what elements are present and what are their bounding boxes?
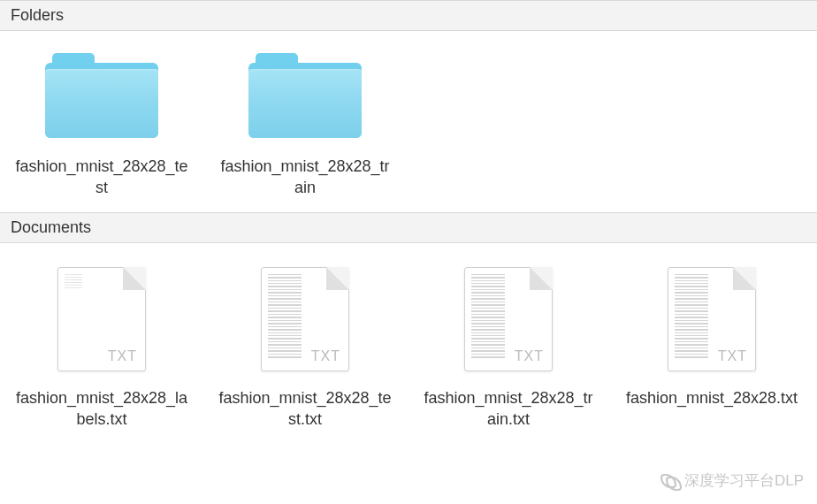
- documents-container: TXT fashion_mnist_28x28_labels.txt TXT f…: [0, 243, 817, 444]
- file-extension: TXT: [515, 348, 544, 364]
- file-label: fashion_mnist_28x28_labels.txt: [13, 387, 190, 431]
- folders-container: fashion_mnist_28x28_test fashion_mnist_2…: [0, 31, 817, 212]
- folder-item[interactable]: fashion_mnist_28x28_train: [212, 53, 398, 199]
- file-item[interactable]: TXT fashion_mnist_28x28_labels.txt: [9, 265, 195, 431]
- folders-section-header: Folders: [0, 0, 817, 31]
- txt-file-icon: TXT: [261, 267, 349, 371]
- wechat-icon: [660, 472, 680, 489]
- folder-label: fashion_mnist_28x28_test: [13, 156, 190, 199]
- file-label: fashion_mnist_28x28.txt: [626, 387, 798, 409]
- txt-file-icon: TXT: [668, 267, 756, 371]
- folder-item[interactable]: fashion_mnist_28x28_test: [9, 53, 195, 199]
- file-extension: TXT: [718, 348, 747, 364]
- file-item[interactable]: TXT fashion_mnist_28x28.txt: [619, 265, 805, 431]
- file-extension: TXT: [311, 348, 340, 364]
- file-extension: TXT: [108, 348, 137, 364]
- watermark: 深度学习平台DLP: [660, 470, 804, 491]
- file-item[interactable]: TXT fashion_mnist_28x28_test.txt: [212, 265, 398, 431]
- folder-icon: [45, 53, 158, 138]
- folder-label: fashion_mnist_28x28_train: [217, 156, 393, 199]
- txt-file-icon: TXT: [57, 267, 146, 371]
- file-item[interactable]: TXT fashion_mnist_28x28_train.txt: [416, 265, 601, 431]
- file-label: fashion_mnist_28x28_train.txt: [420, 387, 597, 431]
- documents-section-header: Documents: [0, 212, 817, 243]
- txt-file-icon: TXT: [464, 267, 553, 371]
- file-label: fashion_mnist_28x28_test.txt: [217, 387, 393, 431]
- watermark-text: 深度学习平台DLP: [684, 470, 804, 491]
- folder-icon: [248, 53, 362, 138]
